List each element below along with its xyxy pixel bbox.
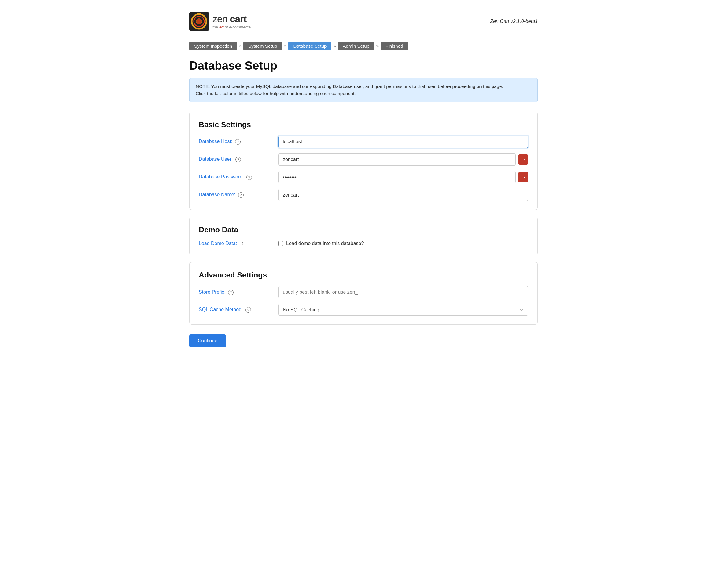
db-name-help-icon[interactable]: ? — [238, 192, 244, 198]
db-host-control — [278, 136, 528, 148]
db-password-control: ··· — [278, 171, 528, 183]
store-prefix-row: Store Prefix: ? — [199, 286, 528, 298]
store-prefix-label: Store Prefix: ? — [199, 289, 272, 295]
db-host-input[interactable] — [278, 136, 528, 148]
db-user-row: Database User: ? ··· — [199, 153, 528, 166]
demo-data-checkbox-text: Load demo data into this database? — [286, 241, 364, 246]
db-password-row: Database Password: ? ··· — [199, 171, 528, 183]
logo-text: zen cart the art of e-commerce — [212, 14, 251, 29]
logo-tagline: the art of e-commerce — [212, 25, 251, 29]
sql-cache-label: SQL Cache Method: ? — [199, 307, 272, 313]
toggle-dots-icon-2: ··· — [521, 174, 525, 180]
note-text: NOTE: You must create your MySQL databas… — [196, 84, 503, 96]
breadcrumb-sep-1: » — [239, 43, 242, 49]
demo-data-card: Demo Data Load Demo Data: ? Load demo da… — [189, 217, 538, 255]
page-header: zen cart the art of e-commerce Zen Cart … — [189, 6, 538, 36]
store-prefix-help-icon[interactable]: ? — [228, 290, 233, 295]
zencart-logo-icon — [189, 12, 209, 31]
db-name-link[interactable]: Database Name: — [199, 192, 235, 197]
sql-cache-row: SQL Cache Method: ? No SQL Caching Datab… — [199, 304, 528, 316]
store-prefix-input[interactable] — [278, 286, 528, 298]
note-box: NOTE: You must create your MySQL databas… — [189, 78, 538, 102]
breadcrumb-system-setup[interactable]: System Setup — [243, 42, 282, 50]
db-host-row: Database Host: ? — [199, 136, 528, 148]
breadcrumb-admin-setup[interactable]: Admin Setup — [338, 42, 374, 50]
sql-cache-help-icon[interactable]: ? — [246, 307, 251, 313]
db-password-label: Database Password: ? — [199, 174, 272, 180]
load-demo-data-link[interactable]: Load Demo Data: — [199, 241, 237, 246]
logo-area: zen cart the art of e-commerce — [189, 12, 251, 31]
demo-data-checkbox-label: Load demo data into this database? — [278, 241, 364, 246]
logo-name: zen cart — [212, 14, 251, 25]
demo-data-row: Load Demo Data: ? Load demo data into th… — [199, 241, 528, 247]
advanced-settings-card: Advanced Settings Store Prefix: ? SQL Ca… — [189, 262, 538, 324]
breadcrumb-sep-4: » — [376, 43, 379, 49]
breadcrumb-system-inspection[interactable]: System Inspection — [189, 42, 237, 50]
db-user-toggle-button[interactable]: ··· — [518, 154, 528, 165]
demo-data-help-icon[interactable]: ? — [240, 241, 245, 246]
db-user-help-icon[interactable]: ? — [235, 157, 241, 162]
toggle-dots-icon: ··· — [521, 157, 525, 162]
db-name-label: Database Name: ? — [199, 192, 272, 198]
advanced-settings-title: Advanced Settings — [199, 271, 528, 279]
db-password-help-icon[interactable]: ? — [246, 174, 252, 180]
basic-settings-title: Basic Settings — [199, 121, 528, 129]
page-title: Database Setup — [189, 59, 538, 72]
basic-settings-card: Basic Settings Database Host: ? Database… — [189, 111, 538, 210]
db-name-row: Database Name: ? — [199, 189, 528, 201]
breadcrumb-sep-3: » — [333, 43, 336, 49]
sql-cache-select[interactable]: No SQL Caching Database FileSystem — [278, 304, 528, 316]
sql-cache-control: No SQL Caching Database FileSystem — [278, 304, 528, 316]
demo-data-control: Load demo data into this database? — [278, 241, 528, 246]
version-label: Zen Cart v2.1.0-beta1 — [490, 19, 538, 24]
store-prefix-control — [278, 286, 528, 298]
demo-data-label: Load Demo Data: ? — [199, 241, 272, 247]
db-user-input[interactable] — [278, 153, 516, 166]
breadcrumb-sep-2: » — [284, 43, 287, 49]
db-host-help-icon[interactable]: ? — [235, 139, 241, 145]
db-password-link[interactable]: Database Password: — [199, 174, 244, 180]
demo-data-checkbox[interactable] — [278, 241, 283, 246]
continue-button[interactable]: Continue — [189, 334, 226, 347]
db-host-label: Database Host: ? — [199, 139, 272, 145]
sql-cache-link[interactable]: SQL Cache Method: — [199, 307, 243, 312]
db-user-label: Database User: ? — [199, 156, 272, 162]
db-name-input[interactable] — [278, 189, 528, 201]
demo-data-title: Demo Data — [199, 226, 528, 234]
db-password-input[interactable] — [278, 171, 516, 183]
db-host-link[interactable]: Database Host: — [199, 139, 232, 144]
breadcrumb-finished[interactable]: Finished — [381, 42, 408, 50]
db-password-toggle-button[interactable]: ··· — [518, 172, 528, 183]
breadcrumb: System Inspection » System Setup » Datab… — [189, 42, 538, 50]
db-name-control — [278, 189, 528, 201]
db-user-link[interactable]: Database User: — [199, 156, 233, 162]
breadcrumb-database-setup[interactable]: Database Setup — [288, 42, 331, 50]
store-prefix-link[interactable]: Store Prefix: — [199, 289, 226, 295]
db-user-control: ··· — [278, 153, 528, 166]
